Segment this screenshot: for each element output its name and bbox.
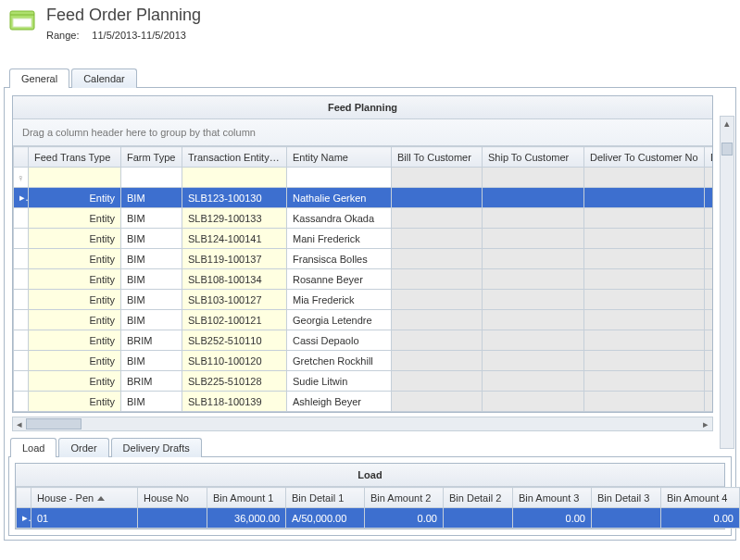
col-bin-amount-4[interactable]: Bin Amount 4	[661, 488, 740, 508]
horizontal-scrollbar[interactable]: ◂ ▸	[12, 417, 713, 431]
cell-deliver-t	[705, 290, 713, 310]
cell-transaction-entity-id: SLB124-100141	[182, 229, 287, 249]
scroll-left-arrow[interactable]: ◂	[13, 418, 26, 430]
cell-entity-name: Mia Frederick	[287, 290, 392, 310]
range-label: Range:	[46, 30, 89, 41]
cell-deliver-to-customer-no	[584, 229, 705, 249]
col-bin-amount-3[interactable]: Bin Amount 3	[513, 488, 592, 508]
col-bin-detail-2[interactable]: Bin Detail 2	[444, 488, 513, 508]
col-transaction-entity-id[interactable]: Transaction Entity ID	[182, 147, 287, 168]
col-deliver-t[interactable]: Deliver T	[705, 147, 713, 168]
cell-entity-name: Kassandra Okada	[287, 208, 392, 229]
cell-ship-to-customer	[483, 371, 584, 392]
filter-transaction-entity-id[interactable]	[182, 168, 287, 188]
cell-feed-trans-type: Entity	[29, 249, 121, 269]
cell-deliver-t	[705, 229, 713, 249]
cell-deliver-to-customer-no	[584, 392, 705, 412]
col-bin-detail-1[interactable]: Bin Detail 1	[286, 488, 365, 508]
cell-bill-to-customer	[392, 269, 483, 290]
col-bin-detail-3[interactable]: Bin Detail 3	[592, 488, 661, 508]
scroll-thumb[interactable]	[721, 143, 733, 156]
cell-bill-to-customer	[392, 371, 483, 392]
col-ship-to-customer[interactable]: Ship To Customer	[483, 147, 584, 168]
cell-transaction-entity-id: SLB119-100137	[182, 249, 287, 269]
cell-deliver-to-customer-no	[584, 330, 705, 351]
cell-transaction-entity-id: SLB108-100134	[182, 269, 287, 290]
cell-deliver-to-customer-no	[584, 310, 705, 330]
general-panel: Feed Planning Drag a column header here …	[4, 87, 736, 541]
cell-ship-to-customer	[483, 229, 584, 249]
cell-ship-to-customer	[483, 351, 584, 371]
table-row[interactable]: EntityBIMSLB119-100137Fransisca Bolles	[14, 249, 713, 269]
cell-ship-to-customer	[483, 269, 584, 290]
col-farm-type[interactable]: Farm Type	[121, 147, 182, 168]
table-row[interactable]: EntityBIMSLB108-100134Rosanne Beyer	[14, 269, 713, 290]
table-row[interactable]: EntityBIMSLB102-100121Georgia Letendre	[14, 310, 713, 330]
tab-load[interactable]: Load	[10, 438, 56, 457]
col-house-no[interactable]: House No	[138, 488, 207, 508]
cell-bill-to-customer	[392, 330, 483, 351]
table-row[interactable]: ▸EntityBIMSLB123-100130Nathalie Gerken	[14, 188, 713, 208]
cell-transaction-entity-id: SLB118-100139	[182, 392, 287, 412]
table-row[interactable]: EntityBRIMSLB252-510110Cassi Depaolo	[14, 330, 713, 351]
cell-feed-trans-type: Entity	[29, 371, 121, 392]
filter-deliver-to-customer-no[interactable]	[584, 168, 705, 188]
filter-ship-to-customer[interactable]	[483, 168, 584, 188]
cell-feed-trans-type: Entity	[29, 290, 121, 310]
table-row[interactable]: ▸0136,000.00A/50,000.000.000.000.00	[17, 508, 740, 529]
scroll-right-arrow[interactable]: ▸	[699, 418, 712, 430]
vertical-scrollbar[interactable]: ▴	[720, 116, 734, 449]
tab-general[interactable]: General	[9, 68, 69, 88]
cell-deliver-t	[705, 330, 713, 351]
cell-entity-name: Sudie Litwin	[287, 371, 392, 392]
col-bin-amount-1[interactable]: Bin Amount 1	[207, 488, 286, 508]
cell-bill-to-customer	[392, 351, 483, 371]
cell-transaction-entity-id: SLB102-100121	[182, 310, 287, 330]
col-bill-to-customer[interactable]: Bill To Customer	[392, 147, 483, 168]
row-indicator	[14, 249, 29, 269]
cell-ship-to-customer	[483, 290, 584, 310]
table-row[interactable]: EntityBIMSLB103-100127Mia Frederick	[14, 290, 713, 310]
cell-bill-to-customer	[392, 392, 483, 412]
col-bin-amount-2[interactable]: Bin Amount 2	[365, 488, 444, 508]
filter-deliver-t[interactable]	[705, 168, 713, 188]
group-by-bar[interactable]: Drag a column header here to group by th…	[13, 119, 712, 146]
cell-bin-detail-1: A/50,000.00	[286, 508, 365, 529]
filter-feed-trans-type[interactable]	[29, 168, 121, 188]
table-row[interactable]: EntityBIMSLB110-100120Gretchen Rockhill	[14, 351, 713, 371]
col-house-pen[interactable]: House - Pen	[31, 488, 138, 508]
cell-farm-type: BIM	[121, 290, 182, 310]
cell-bin-amount-3: 0.00	[513, 508, 592, 529]
cell-deliver-t	[705, 269, 713, 290]
scroll-up-arrow[interactable]: ▴	[721, 117, 734, 130]
cell-farm-type: BRIM	[121, 371, 182, 392]
col-entity-name[interactable]: Entity Name	[287, 147, 392, 168]
main-tabstrip: General Calendar	[9, 68, 740, 87]
cell-feed-trans-type: Entity	[29, 330, 121, 351]
filter-farm-type[interactable]	[121, 168, 182, 188]
load-row-indicator-header	[17, 488, 31, 508]
table-row[interactable]: EntityBIMSLB129-100133Kassandra Okada	[14, 208, 713, 229]
col-feed-trans-type[interactable]: Feed Trans Type	[29, 147, 121, 168]
row-indicator	[14, 310, 29, 330]
filter-bill-to-customer[interactable]	[392, 168, 483, 188]
table-row[interactable]: EntityBIMSLB124-100141Mani Frederick	[14, 229, 713, 249]
cell-bin-amount-4: 0.00	[661, 508, 740, 529]
tab-calendar[interactable]: Calendar	[71, 68, 137, 88]
table-row[interactable]: EntityBRIMSLB225-510128Sudie Litwin	[14, 371, 713, 392]
tab-delivery-drafts[interactable]: Delivery Drafts	[111, 438, 202, 457]
filter-entity-name[interactable]	[287, 168, 392, 188]
cell-farm-type: BRIM	[121, 330, 182, 351]
cell-farm-type: BIM	[121, 351, 182, 371]
filter-icon[interactable]: ♀	[14, 168, 29, 188]
cell-entity-name: Rosanne Beyer	[287, 269, 392, 290]
row-indicator	[14, 208, 29, 229]
cell-deliver-to-customer-no	[584, 188, 705, 208]
tab-order[interactable]: Order	[58, 438, 108, 457]
load-grid-title: Load	[16, 464, 724, 487]
hscroll-thumb[interactable]	[26, 418, 82, 429]
table-row[interactable]: EntityBIMSLB118-100139Ashleigh Beyer	[14, 392, 713, 412]
cell-ship-to-customer	[483, 310, 584, 330]
grid-title: Feed Planning	[13, 96, 712, 119]
col-deliver-to-customer-no[interactable]: Deliver To Customer No	[584, 147, 705, 168]
